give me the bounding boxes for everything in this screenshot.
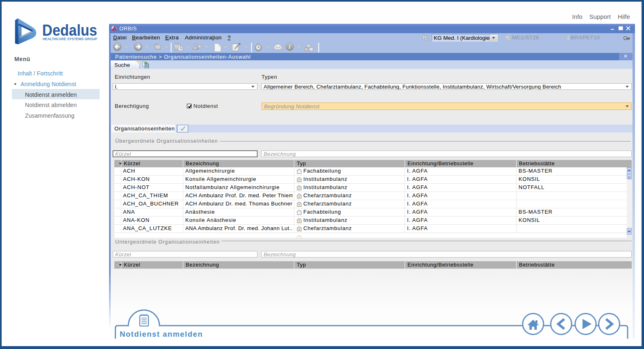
svg-text:HEALTHCARE SYSTEMS GROUP: HEALTHCARE SYSTEMS GROUP [43, 36, 98, 41]
svg-text:i: i [289, 44, 291, 50]
